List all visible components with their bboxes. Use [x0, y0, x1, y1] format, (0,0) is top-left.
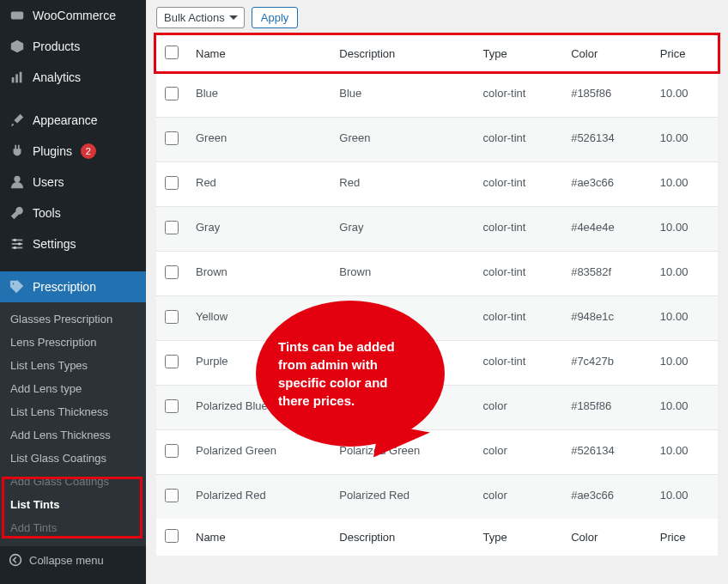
- tag-icon: [9, 278, 26, 295]
- table-row: BlueBluecolor-tint#185f8610.00: [156, 73, 718, 118]
- col-price[interactable]: Price: [652, 35, 718, 73]
- row-checkbox[interactable]: [165, 399, 179, 413]
- row-checkbox[interactable]: [165, 87, 179, 100]
- cell-price: 10.00: [652, 296, 718, 341]
- submenu-item-add-lens-thickness[interactable]: Add Lens Thickness: [0, 423, 146, 447]
- bulk-actions-select[interactable]: Bulk Actions: [156, 7, 245, 28]
- submenu-item-lens-prescription[interactable]: Lens Prescription: [0, 331, 146, 354]
- table-row: Polarized RedPolarized Redcolor#ae3c6610…: [156, 475, 718, 520]
- svg-point-4: [14, 176, 20, 182]
- bulk-actions-toolbar: Bulk Actions Apply: [146, 0, 728, 35]
- admin-sidebar: WooCommerceProductsAnalyticsAppearancePl…: [0, 0, 146, 584]
- svg-point-9: [18, 242, 21, 246]
- woo-icon: [9, 7, 26, 24]
- cell-price: 10.00: [652, 386, 718, 430]
- cell-color: #948e1c: [562, 296, 652, 341]
- row-checkbox[interactable]: [165, 265, 179, 279]
- menu-item-products[interactable]: Products: [0, 31, 146, 62]
- cell-type: color-tint: [475, 296, 563, 341]
- apply-button[interactable]: Apply: [252, 7, 299, 28]
- collapse-menu-button[interactable]: Collapse menu: [0, 546, 146, 574]
- cell-type: color-tint: [475, 73, 563, 118]
- menu-item-users[interactable]: Users: [0, 167, 146, 198]
- submenu-item-list-lens-thickness[interactable]: List Lens Thickness: [0, 400, 146, 423]
- cell-description: Green: [331, 118, 474, 162]
- annotation-callout: Tints can be added from admin with speci…: [256, 301, 462, 464]
- cell-name[interactable]: Green: [187, 118, 331, 162]
- submenu-item-add-tints[interactable]: Add Tints: [0, 516, 146, 539]
- cell-color: #7c427b: [562, 341, 652, 386]
- row-checkbox[interactable]: [165, 221, 179, 234]
- submenu-item-add-glass-coatings[interactable]: Add Glass Coatings: [0, 470, 146, 493]
- menu-item-analytics[interactable]: Analytics: [0, 62, 146, 93]
- row-checkbox[interactable]: [165, 131, 179, 145]
- col-name[interactable]: Name: [187, 35, 331, 73]
- brush-icon: [9, 112, 26, 129]
- cell-name[interactable]: Gray: [187, 207, 331, 252]
- cell-price: 10.00: [652, 430, 718, 475]
- cell-description: Blue: [331, 73, 474, 118]
- col-name-footer[interactable]: Name: [187, 519, 331, 556]
- cell-type: color-tint: [475, 162, 563, 207]
- col-color[interactable]: Color: [562, 35, 652, 73]
- collapse-menu-label: Collapse menu: [29, 554, 104, 567]
- callout-tail: [373, 423, 430, 466]
- row-checkbox[interactable]: [165, 310, 179, 324]
- cell-type: color-tint: [475, 118, 563, 162]
- prescription-submenu: Glasses PrescriptionLens PrescriptionLis…: [0, 302, 146, 546]
- menu-item-label: Prescription: [33, 280, 96, 294]
- cell-name[interactable]: Polarized Red: [187, 475, 331, 520]
- cell-price: 10.00: [652, 207, 718, 252]
- cell-name[interactable]: Blue: [187, 73, 331, 118]
- col-price-footer[interactable]: Price: [652, 519, 718, 556]
- user-icon: [9, 173, 26, 191]
- cell-color: #ae3c66: [562, 162, 652, 207]
- menu-item-settings[interactable]: Settings: [0, 228, 146, 259]
- col-description-footer[interactable]: Description: [331, 519, 474, 556]
- table-footer: Name Description Type Color Price: [156, 519, 718, 556]
- cell-description: Polarized Red: [331, 475, 474, 520]
- menu-item-appearance[interactable]: Appearance: [0, 105, 146, 136]
- submenu-item-glasses-prescription[interactable]: Glasses Prescription: [0, 307, 146, 331]
- submenu-item-list-glass-coatings[interactable]: List Glass Coatings: [0, 447, 146, 470]
- menu-item-woocommerce[interactable]: WooCommerce: [0, 0, 146, 31]
- callout-text: Tints can be added from admin with speci…: [278, 338, 422, 410]
- submenu-item-list-lens-types[interactable]: List Lens Types: [0, 354, 146, 377]
- cell-price: 10.00: [652, 73, 718, 118]
- row-checkbox[interactable]: [165, 176, 179, 190]
- col-type-footer[interactable]: Type: [475, 519, 563, 556]
- cell-name[interactable]: Red: [187, 162, 331, 207]
- row-checkbox[interactable]: [165, 489, 179, 502]
- cell-type: color: [475, 475, 563, 520]
- menu-item-plugins[interactable]: Plugins2: [0, 136, 146, 167]
- menu-item-label: Appearance: [33, 113, 98, 127]
- cell-color: #185f86: [562, 386, 652, 430]
- row-checkbox[interactable]: [165, 444, 179, 458]
- submenu-item-add-lens-type[interactable]: Add Lens type: [0, 377, 146, 400]
- col-description[interactable]: Description: [331, 35, 474, 73]
- svg-rect-0: [11, 12, 23, 20]
- menu-item-label: Plugins: [33, 144, 72, 158]
- plug-icon: [9, 143, 26, 160]
- col-type[interactable]: Type: [475, 35, 563, 73]
- cell-type: color-tint: [475, 207, 563, 252]
- cell-description: Gray: [331, 207, 474, 252]
- select-all-checkbox[interactable]: [165, 46, 179, 59]
- menu-item-tools[interactable]: Tools: [0, 198, 146, 228]
- menu-item-prescription[interactable]: Prescription: [0, 271, 146, 302]
- cell-name[interactable]: Brown: [187, 252, 331, 296]
- tints-table-wrap: Name Description Type Color Price BlueBl…: [156, 35, 718, 556]
- cell-color: #526134: [562, 118, 652, 162]
- bulk-actions-label: Bulk Actions: [164, 11, 225, 24]
- col-color-footer[interactable]: Color: [562, 519, 652, 556]
- table-header: Name Description Type Color Price: [156, 35, 718, 73]
- menu-item-label: WooCommerce: [33, 9, 116, 22]
- tints-table: Name Description Type Color Price BlueBl…: [156, 35, 718, 556]
- submenu-item-list-tints[interactable]: List Tints: [0, 493, 146, 516]
- svg-rect-2: [15, 74, 18, 82]
- chart-icon: [9, 69, 26, 86]
- cell-color: #ae3c66: [562, 475, 652, 520]
- menu-item-label: Tools: [33, 206, 61, 220]
- select-all-checkbox-footer[interactable]: [165, 529, 179, 543]
- row-checkbox[interactable]: [165, 355, 179, 368]
